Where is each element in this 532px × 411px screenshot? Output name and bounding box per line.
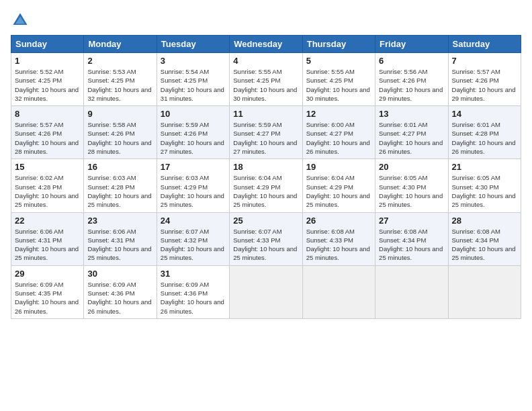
- calendar-week-3: 15 Sunrise: 6:02 AM Sunset: 4:28 PM Dayl…: [11, 159, 521, 212]
- day-info: Sunrise: 6:06 AM Sunset: 4:31 PM Dayligh…: [15, 227, 80, 263]
- day-number: 2: [87, 56, 152, 66]
- day-number: 11: [233, 109, 298, 119]
- day-info: Sunrise: 5:55 AM Sunset: 4:25 PM Dayligh…: [306, 67, 371, 103]
- calendar-cell: 18 Sunrise: 6:04 AM Sunset: 4:29 PM Dayl…: [230, 159, 302, 212]
- calendar-cell: 2 Sunrise: 5:53 AM Sunset: 4:25 PM Dayli…: [84, 53, 157, 106]
- day-info: Sunrise: 5:57 AM Sunset: 4:26 PM Dayligh…: [15, 120, 80, 156]
- day-number: 14: [452, 109, 517, 119]
- day-info: Sunrise: 5:52 AM Sunset: 4:25 PM Dayligh…: [15, 67, 80, 103]
- day-info: Sunrise: 6:00 AM Sunset: 4:27 PM Dayligh…: [306, 120, 371, 156]
- day-info: Sunrise: 6:04 AM Sunset: 4:29 PM Dayligh…: [306, 173, 371, 209]
- calendar-cell: 7 Sunrise: 5:57 AM Sunset: 4:26 PM Dayli…: [448, 53, 521, 106]
- calendar-cell: 15 Sunrise: 6:02 AM Sunset: 4:28 PM Dayl…: [11, 159, 84, 212]
- calendar-cell: [302, 265, 375, 318]
- day-number: 21: [452, 162, 517, 172]
- day-number: 5: [306, 56, 371, 66]
- logo-icon: [11, 11, 30, 30]
- col-header-sunday: Sunday: [11, 36, 84, 53]
- day-info: Sunrise: 6:07 AM Sunset: 4:33 PM Dayligh…: [233, 227, 298, 263]
- day-number: 23: [87, 216, 152, 226]
- calendar-cell: 24 Sunrise: 6:07 AM Sunset: 4:32 PM Dayl…: [157, 212, 229, 265]
- day-number: 15: [15, 162, 80, 172]
- day-info: Sunrise: 6:03 AM Sunset: 4:28 PM Dayligh…: [87, 173, 152, 209]
- day-number: 17: [161, 162, 226, 172]
- day-info: Sunrise: 6:06 AM Sunset: 4:31 PM Dayligh…: [87, 227, 152, 263]
- calendar-cell: 27 Sunrise: 6:08 AM Sunset: 4:34 PM Dayl…: [375, 212, 448, 265]
- calendar-cell: 29 Sunrise: 6:09 AM Sunset: 4:35 PM Dayl…: [11, 265, 84, 318]
- day-number: 12: [306, 109, 371, 119]
- day-info: Sunrise: 6:01 AM Sunset: 4:28 PM Dayligh…: [452, 120, 517, 156]
- calendar-cell: 14 Sunrise: 6:01 AM Sunset: 4:28 PM Dayl…: [448, 106, 521, 159]
- day-info: Sunrise: 6:09 AM Sunset: 4:36 PM Dayligh…: [87, 280, 152, 316]
- day-number: 10: [161, 109, 226, 119]
- day-number: 3: [161, 56, 226, 66]
- day-info: Sunrise: 6:03 AM Sunset: 4:29 PM Dayligh…: [161, 173, 226, 209]
- day-number: 29: [15, 269, 80, 279]
- day-info: Sunrise: 6:08 AM Sunset: 4:33 PM Dayligh…: [306, 227, 371, 263]
- calendar-cell: 8 Sunrise: 5:57 AM Sunset: 4:26 PM Dayli…: [11, 106, 84, 159]
- calendar-cell: 30 Sunrise: 6:09 AM Sunset: 4:36 PM Dayl…: [84, 265, 157, 318]
- calendar-cell: 5 Sunrise: 5:55 AM Sunset: 4:25 PM Dayli…: [302, 53, 375, 106]
- day-info: Sunrise: 6:01 AM Sunset: 4:27 PM Dayligh…: [379, 120, 444, 156]
- calendar-cell: 16 Sunrise: 6:03 AM Sunset: 4:28 PM Dayl…: [84, 159, 157, 212]
- day-number: 30: [87, 269, 152, 279]
- day-info: Sunrise: 5:57 AM Sunset: 4:26 PM Dayligh…: [452, 67, 517, 103]
- calendar-cell: 19 Sunrise: 6:04 AM Sunset: 4:29 PM Dayl…: [302, 159, 375, 212]
- day-info: Sunrise: 5:59 AM Sunset: 4:26 PM Dayligh…: [161, 120, 226, 156]
- calendar-header-row: SundayMondayTuesdayWednesdayThursdayFrid…: [11, 36, 521, 53]
- day-info: Sunrise: 6:08 AM Sunset: 4:34 PM Dayligh…: [452, 227, 517, 263]
- day-info: Sunrise: 6:04 AM Sunset: 4:29 PM Dayligh…: [233, 173, 298, 209]
- day-info: Sunrise: 6:09 AM Sunset: 4:36 PM Dayligh…: [161, 280, 226, 316]
- day-number: 27: [379, 216, 444, 226]
- day-number: 25: [233, 216, 298, 226]
- calendar-cell: 28 Sunrise: 6:08 AM Sunset: 4:34 PM Dayl…: [448, 212, 521, 265]
- day-number: 31: [161, 269, 226, 279]
- page-header: [11, 11, 521, 30]
- day-number: 4: [233, 56, 298, 66]
- calendar-table: SundayMondayTuesdayWednesdayThursdayFrid…: [11, 35, 521, 319]
- day-info: Sunrise: 5:56 AM Sunset: 4:26 PM Dayligh…: [379, 67, 444, 103]
- day-number: 28: [452, 216, 517, 226]
- calendar-cell: 11 Sunrise: 5:59 AM Sunset: 4:27 PM Dayl…: [230, 106, 302, 159]
- calendar-cell: 20 Sunrise: 6:05 AM Sunset: 4:30 PM Dayl…: [375, 159, 448, 212]
- day-info: Sunrise: 5:59 AM Sunset: 4:27 PM Dayligh…: [233, 120, 298, 156]
- day-info: Sunrise: 5:58 AM Sunset: 4:26 PM Dayligh…: [87, 120, 152, 156]
- day-info: Sunrise: 5:55 AM Sunset: 4:25 PM Dayligh…: [233, 67, 298, 103]
- day-number: 19: [306, 162, 371, 172]
- col-header-tuesday: Tuesday: [157, 36, 229, 53]
- col-header-monday: Monday: [84, 36, 157, 53]
- day-info: Sunrise: 6:08 AM Sunset: 4:34 PM Dayligh…: [379, 227, 444, 263]
- calendar-cell: 6 Sunrise: 5:56 AM Sunset: 4:26 PM Dayli…: [375, 53, 448, 106]
- calendar-cell: 25 Sunrise: 6:07 AM Sunset: 4:33 PM Dayl…: [230, 212, 302, 265]
- day-number: 7: [452, 56, 517, 66]
- day-number: 18: [233, 162, 298, 172]
- calendar-cell: 10 Sunrise: 5:59 AM Sunset: 4:26 PM Dayl…: [157, 106, 229, 159]
- day-number: 1: [15, 56, 80, 66]
- calendar-cell: 23 Sunrise: 6:06 AM Sunset: 4:31 PM Dayl…: [84, 212, 157, 265]
- day-number: 24: [161, 216, 226, 226]
- calendar-cell: 1 Sunrise: 5:52 AM Sunset: 4:25 PM Dayli…: [11, 53, 84, 106]
- calendar-cell: 31 Sunrise: 6:09 AM Sunset: 4:36 PM Dayl…: [157, 265, 229, 318]
- day-info: Sunrise: 6:05 AM Sunset: 4:30 PM Dayligh…: [379, 173, 444, 209]
- day-number: 16: [87, 162, 152, 172]
- calendar-cell: [230, 265, 302, 318]
- day-number: 26: [306, 216, 371, 226]
- calendar-cell: 13 Sunrise: 6:01 AM Sunset: 4:27 PM Dayl…: [375, 106, 448, 159]
- calendar-cell: [448, 265, 521, 318]
- calendar-cell: 26 Sunrise: 6:08 AM Sunset: 4:33 PM Dayl…: [302, 212, 375, 265]
- calendar-cell: 21 Sunrise: 6:05 AM Sunset: 4:30 PM Dayl…: [448, 159, 521, 212]
- calendar-cell: 4 Sunrise: 5:55 AM Sunset: 4:25 PM Dayli…: [230, 53, 302, 106]
- calendar-cell: 9 Sunrise: 5:58 AM Sunset: 4:26 PM Dayli…: [84, 106, 157, 159]
- logo: [11, 11, 32, 30]
- day-number: 8: [15, 109, 80, 119]
- calendar-cell: [375, 265, 448, 318]
- day-number: 13: [379, 109, 444, 119]
- col-header-saturday: Saturday: [448, 36, 521, 53]
- calendar-cell: 12 Sunrise: 6:00 AM Sunset: 4:27 PM Dayl…: [302, 106, 375, 159]
- day-info: Sunrise: 5:53 AM Sunset: 4:25 PM Dayligh…: [87, 67, 152, 103]
- day-number: 6: [379, 56, 444, 66]
- day-info: Sunrise: 6:02 AM Sunset: 4:28 PM Dayligh…: [15, 173, 80, 209]
- day-info: Sunrise: 5:54 AM Sunset: 4:25 PM Dayligh…: [161, 67, 226, 103]
- col-header-wednesday: Wednesday: [230, 36, 302, 53]
- col-header-thursday: Thursday: [302, 36, 375, 53]
